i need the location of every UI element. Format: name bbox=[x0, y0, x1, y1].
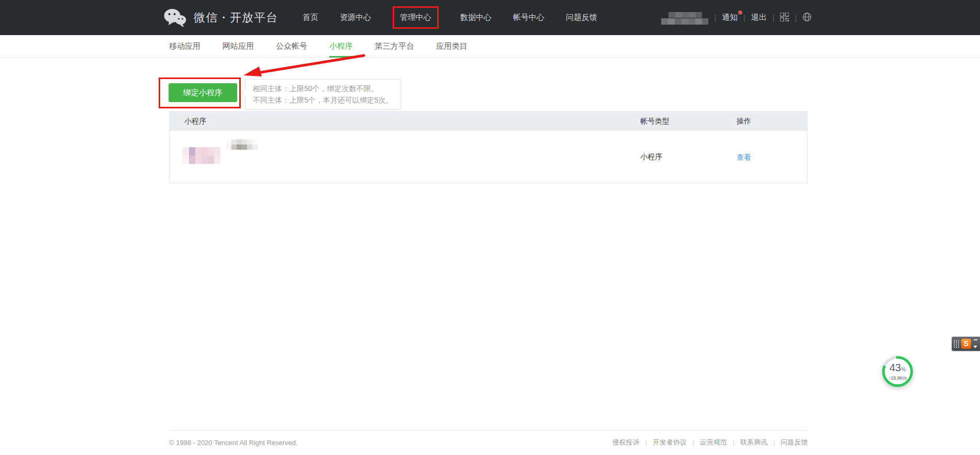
globe-icon[interactable] bbox=[803, 13, 811, 23]
drag-dots-icon[interactable] bbox=[953, 340, 960, 348]
speed-percent: 43% bbox=[889, 362, 906, 375]
header-right: | 通知 | 退出 | | bbox=[661, 0, 811, 35]
wechat-open-platform-page: 微信・开放平台 首页 资源中心 管理中心 数据中心 帐号中心 问题反馈 | 通知… bbox=[0, 0, 980, 455]
ime-controls bbox=[973, 339, 977, 348]
net-speed-widget[interactable]: 43% ↑15.9K/s bbox=[882, 356, 913, 387]
footer-link-developer-agreement[interactable]: 开发者协议 bbox=[653, 438, 687, 447]
tooltip-line-2: 不同主体：上限5个，本月还可以绑定5次。 bbox=[253, 94, 393, 106]
column-header-account-type: 帐号类型 bbox=[640, 111, 670, 131]
subnav-item-mini-program[interactable]: 小程序 bbox=[329, 35, 353, 58]
footer-separator: | bbox=[773, 439, 775, 446]
view-link[interactable]: 查看 bbox=[737, 153, 751, 162]
column-header-mini-program: 小程序 bbox=[184, 111, 206, 131]
nav-item-resource-center[interactable]: 资源中心 bbox=[340, 13, 371, 23]
logo-text: 微信・开放平台 bbox=[194, 10, 278, 26]
bind-mini-program-button[interactable]: 绑定小程序 bbox=[169, 83, 237, 102]
mini-program-avatar-redacted bbox=[182, 147, 220, 164]
mini-program-name-redacted bbox=[226, 139, 258, 150]
bind-limit-tooltip: 相同主体：上限50个，绑定次数不限。 不同主体：上限5个，本月还可以绑定5次。 bbox=[245, 79, 401, 109]
caret-down-icon[interactable] bbox=[973, 346, 977, 348]
account-type-value: 小程序 bbox=[640, 131, 662, 182]
footer-link-contact-tencent[interactable]: 联系腾讯 bbox=[740, 438, 767, 447]
subnav-item-third-party-platform[interactable]: 第三方平台 bbox=[375, 35, 414, 58]
footer-link-operation-rules[interactable]: 运营规范 bbox=[700, 438, 727, 447]
subnav-item-official-account[interactable]: 公众帐号 bbox=[276, 35, 307, 58]
mini-program-table: 小程序 帐号类型 操作 小程序 查看 bbox=[169, 111, 808, 183]
header-separator: | bbox=[795, 14, 797, 22]
nav-item-feedback[interactable]: 问题反馈 bbox=[566, 13, 597, 23]
logout-link[interactable]: 退出 bbox=[751, 13, 767, 23]
top-header: 微信・开放平台 首页 资源中心 管理中心 数据中心 帐号中心 问题反馈 | 通知… bbox=[0, 0, 980, 35]
sogou-s-icon[interactable]: S bbox=[961, 339, 971, 349]
account-name-redacted bbox=[661, 10, 708, 25]
subnav-item-mobile-app[interactable]: 移动应用 bbox=[169, 35, 201, 58]
header-separator: | bbox=[714, 14, 716, 22]
footer-separator: | bbox=[645, 439, 647, 446]
nav-item-data-center[interactable]: 数据中心 bbox=[460, 13, 492, 23]
tooltip-line-1: 相同主体：上限50个，绑定次数不限。 bbox=[253, 83, 393, 94]
subnav: 移动应用 网站应用 公众帐号 小程序 第三方平台 应用类目 bbox=[0, 35, 980, 58]
speed-rate: ↑15.9K/s bbox=[888, 375, 907, 381]
footer-separator: | bbox=[693, 439, 694, 446]
subnav-item-app-category[interactable]: 应用类目 bbox=[436, 35, 467, 58]
column-header-action: 操作 bbox=[737, 111, 751, 131]
header-separator: | bbox=[773, 14, 775, 22]
minimize-icon[interactable] bbox=[974, 339, 977, 340]
wechat-logo-icon bbox=[163, 8, 187, 28]
notice-dot bbox=[738, 10, 742, 15]
nav-item-home[interactable]: 首页 bbox=[303, 13, 318, 23]
footer-link-infringement[interactable]: 侵权投诉 bbox=[612, 438, 640, 447]
nav-item-account-center[interactable]: 帐号中心 bbox=[513, 13, 544, 23]
top-nav: 首页 资源中心 管理中心 数据中心 帐号中心 问题反馈 bbox=[303, 0, 597, 35]
nav-item-management-center[interactable]: 管理中心 bbox=[393, 6, 439, 29]
footer-separator: | bbox=[733, 439, 734, 446]
footer: © 1998 - 2020 Tencent All Right Reserved… bbox=[169, 430, 808, 447]
copyright-text: © 1998 - 2020 Tencent All Right Reserved… bbox=[169, 439, 298, 447]
ime-toolbar[interactable]: S bbox=[952, 337, 980, 351]
header-separator: | bbox=[743, 14, 745, 22]
footer-link-feedback[interactable]: 问题反馈 bbox=[781, 438, 808, 447]
net-speed-inner: 43% ↑15.9K/s bbox=[885, 359, 910, 384]
table-header: 小程序 帐号类型 操作 bbox=[169, 111, 808, 131]
notice-link[interactable]: 通知 bbox=[722, 13, 738, 23]
qr-code-icon[interactable] bbox=[780, 13, 789, 23]
table-row: 小程序 查看 bbox=[169, 131, 808, 183]
footer-links: 侵权投诉 | 开发者协议 | 运营规范 | 联系腾讯 | 问题反馈 bbox=[612, 438, 808, 447]
subnav-item-website-app[interactable]: 网站应用 bbox=[222, 35, 254, 58]
logo[interactable]: 微信・开放平台 bbox=[163, 0, 278, 35]
